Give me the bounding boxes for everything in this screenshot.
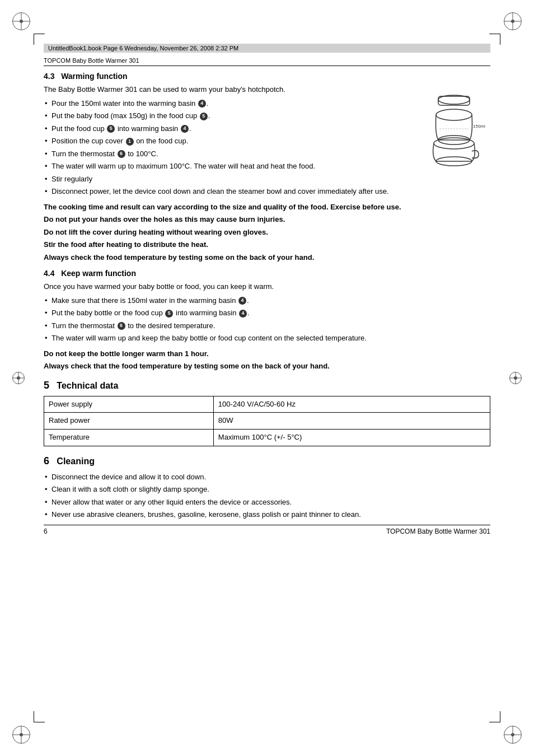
list-item: The water will warm up and keep the baby… [44, 333, 490, 344]
inner-mark-bl [34, 711, 45, 722]
table-cell-label-1: Power supply [44, 396, 214, 413]
top-bar: UntitledBook1.book Page 6 Wednesday, Nov… [44, 44, 490, 53]
section-4-3: 4.3 Warming function The Baby Bottle War… [44, 72, 490, 264]
svg-text:150ml: 150ml [473, 124, 485, 129]
list-item: Clean it with a soft cloth or slightly d… [44, 484, 490, 495]
warning-4: Stir the food after heating to distribut… [44, 239, 409, 250]
icon-thermo: 6 [118, 150, 125, 158]
table-cell-label-3: Temperature [44, 430, 214, 446]
inner-mark-br [489, 711, 500, 722]
reg-mark-left [12, 372, 25, 384]
warning-4-4-2: Always check that the food temperature b… [44, 361, 490, 372]
section-4-3-heading: 4.3 Warming function [44, 72, 490, 81]
svg-point-2 [436, 109, 472, 120]
list-item: Pour the 150ml water into the warming ba… [44, 98, 409, 109]
section-4-3-number: 4.3 [44, 72, 54, 81]
section-4-4-bullets: Make sure that there is 150ml water in t… [44, 295, 490, 344]
section-4-3-text: The Baby Bottle Warmer 301 can be used t… [44, 84, 409, 264]
list-item: Never allow that water or any other liqu… [44, 497, 490, 508]
section-4-3-bullets: Pour the 150ml water into the warming ba… [44, 98, 409, 197]
reg-mark-right [509, 372, 522, 384]
inner-mark-tl [34, 34, 45, 45]
icon-basin4: 4 [239, 310, 247, 318]
technical-data-table: Power supply 100-240 V/AC/50-60 Hz Rated… [44, 396, 490, 446]
section-6-title: Cleaning [57, 456, 95, 466]
bottle-warmer-illustration: 150ml [420, 84, 488, 174]
table-row: Temperature Maximum 100°C (+/- 5°C) [44, 430, 490, 446]
list-item: Disconnect power, let the device cool do… [44, 186, 409, 197]
section-5-number: 5 [44, 380, 49, 391]
list-item: Stir regularly [44, 174, 409, 185]
section-5: 5 Technical data Power supply 100-240 V/… [44, 380, 490, 446]
list-item: Never use abrasive cleaners, brushes, ga… [44, 509, 490, 520]
footer-title: TOPCOM Baby Bottle Warmer 301 [386, 528, 490, 535]
section-6: 6 Cleaning Disconnect the device and all… [44, 455, 490, 520]
header-title: TOPCOM Baby Bottle Warmer 301 [44, 57, 139, 64]
section-4-4: 4.4 Keep warm function Once you have war… [44, 269, 490, 372]
inner-mark-tr [489, 34, 500, 45]
table-row: Rated power 80W [44, 413, 490, 430]
list-item: Turn the thermostat 6 to 100°C. [44, 148, 409, 160]
section-4-4-number: 4.4 [44, 269, 54, 278]
icon-basin2: 4 [181, 125, 189, 133]
list-item: Turn the thermostat 6 to the desired tem… [44, 320, 490, 332]
section-6-heading: 6 Cleaning [44, 455, 490, 467]
section-4-3-image: 150ml [418, 84, 490, 264]
table-row: Power supply 100-240 V/AC/50-60 Hz [44, 396, 490, 413]
table-cell-label-2: Rated power [44, 413, 214, 430]
warning-2: Do not put your hands over the holes as … [44, 214, 409, 225]
section-4-3-title: Warming function [61, 72, 127, 81]
icon-foodcup: 5 [200, 113, 208, 120]
page: UntitledBook1.book Page 6 Wednesday, Nov… [0, 0, 534, 756]
list-item: Position the cup cover 1 on the food cup… [44, 136, 409, 147]
warning-5: Always check the food temperature by tes… [44, 252, 409, 263]
section-6-bullets: Disconnect the device and allow it to co… [44, 472, 490, 520]
reg-mark-br [504, 726, 522, 744]
main-content: UntitledBook1.book Page 6 Wednesday, Nov… [44, 44, 490, 712]
warning-3: Do not lift the cover during heating wit… [44, 227, 409, 238]
icon-basin3: 4 [238, 297, 246, 305]
reg-mark-tl [12, 12, 30, 30]
reg-mark-tr [504, 12, 522, 30]
icon-foodcup2: 5 [107, 125, 115, 133]
icon-cover: 1 [126, 138, 134, 146]
section-5-title: Technical data [57, 381, 118, 390]
page-footer: 6 TOPCOM Baby Bottle Warmer 301 [44, 525, 490, 535]
reg-mark-bl [12, 726, 30, 744]
table-cell-value-1: 100-240 V/AC/50-60 Hz [213, 396, 490, 413]
svg-point-4 [434, 138, 474, 149]
icon-foodcup3: 5 [165, 310, 173, 318]
section-4-4-title: Keep warm function [61, 269, 136, 278]
section-4-4-heading: 4.4 Keep warm function [44, 269, 490, 278]
section-4-4-intro: Once you have warmed your baby bottle or… [44, 281, 490, 292]
list-item: Disconnect the device and allow it to co… [44, 472, 490, 483]
section-6-number: 6 [44, 455, 49, 466]
table-cell-value-3: Maximum 100°C (+/- 5°C) [213, 430, 490, 446]
list-item: Put the food cup 5 into warming basin 4. [44, 123, 409, 134]
section-4-3-content: The Baby Bottle Warmer 301 can be used t… [44, 84, 490, 264]
table-cell-value-2: 80W [213, 413, 490, 430]
section-4-3-intro: The Baby Bottle Warmer 301 can be used t… [44, 84, 409, 95]
warning-1: The cooking time and result can vary acc… [44, 202, 409, 213]
list-item: The water will warm up to maximum 100°C.… [44, 161, 409, 172]
warning-4-4-1: Do not keep the bottle longer warm than … [44, 348, 490, 360]
section-5-heading: 5 Technical data [44, 380, 490, 391]
page-number: 6 [44, 528, 48, 535]
page-header: TOPCOM Baby Bottle Warmer 301 [44, 57, 490, 66]
icon-basin: 4 [198, 100, 206, 108]
icon-thermo2: 6 [118, 322, 125, 330]
list-item: Put the baby food (max 150g) in the food… [44, 110, 409, 122]
top-bar-text: UntitledBook1.book Page 6 Wednesday, Nov… [48, 45, 238, 52]
list-item: Put the baby bottle or the food cup 5 in… [44, 307, 490, 319]
list-item: Make sure that there is 150ml water in t… [44, 295, 490, 306]
